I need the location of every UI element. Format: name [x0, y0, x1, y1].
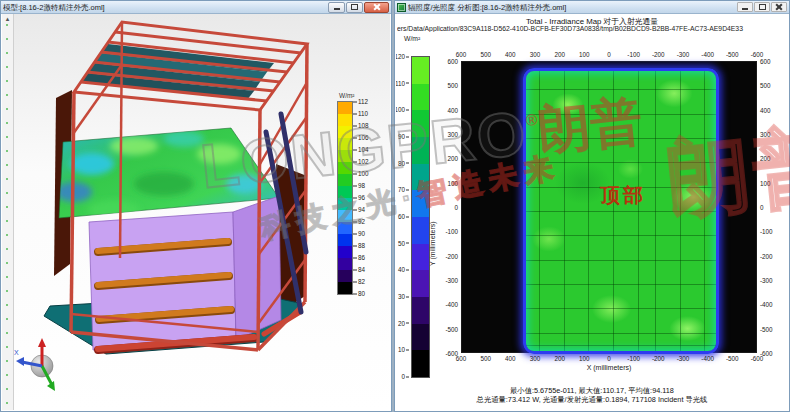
close-button[interactable]	[364, 2, 389, 13]
tick-label: 50	[398, 239, 409, 246]
tick-label: -500	[760, 325, 773, 332]
tick-label: -400	[445, 301, 458, 308]
legend-segment	[338, 198, 352, 210]
legend-segment	[338, 258, 352, 270]
legend-segment	[412, 324, 429, 351]
maximize-button[interactable]	[754, 2, 770, 12]
tick-label: 300	[530, 355, 541, 362]
x-axis-label: X (millimeters)	[461, 364, 757, 371]
legend-segment	[338, 114, 352, 126]
tick-label: 0	[454, 204, 458, 211]
tick-label: 400	[505, 355, 516, 362]
legend-segment	[412, 84, 429, 111]
tick-label: -100	[760, 228, 773, 235]
close-button[interactable]	[771, 2, 787, 12]
tick-label: -300	[677, 355, 690, 362]
tick-label: 200	[554, 51, 565, 58]
maximize-icon	[351, 4, 358, 10]
tick-label: 500	[480, 51, 491, 58]
tick-label: 90	[398, 133, 409, 140]
legend-segment	[338, 234, 352, 246]
model-tree-strip[interactable]: ▴	[2, 14, 14, 410]
tick-label: 102	[353, 158, 369, 165]
tick-label: 106	[353, 134, 369, 141]
model-3d-scene: X	[14, 14, 390, 410]
close-icon	[775, 3, 783, 11]
model-window-titlebar[interactable]: 模型:[8.16-2激特精注外壳.oml]	[1, 1, 391, 14]
minimize-button[interactable]	[328, 2, 345, 13]
minimize-icon	[334, 8, 340, 10]
minimize-button[interactable]	[737, 2, 753, 12]
tick-label: 98	[353, 182, 365, 189]
tick-label: 100	[760, 179, 771, 186]
legend-segment	[412, 297, 429, 324]
legend-segment	[338, 174, 352, 186]
tick-label: 100	[447, 179, 458, 186]
legend-segment	[412, 270, 429, 297]
tick-label: 104	[353, 146, 369, 153]
tick-label: -400	[701, 51, 714, 58]
legend-segment	[412, 110, 429, 137]
tick-label: 600	[456, 355, 467, 362]
tick-label: 120	[396, 53, 409, 60]
close-icon	[373, 3, 381, 11]
tick-label: -300	[760, 277, 773, 284]
tick-label: -200	[652, 51, 665, 58]
tick-label: 0	[607, 51, 611, 58]
legend-segment	[338, 246, 352, 258]
irradiance-heatmap[interactable]: 顶部	[461, 61, 757, 353]
tick-label: 92	[353, 218, 365, 225]
tick-label: 94	[353, 206, 365, 213]
tick-label: -200	[760, 252, 773, 259]
window-controls	[737, 2, 787, 12]
y-axis-ticks-left: 6005004003002001000-100-200-300-400-500-…	[438, 61, 459, 353]
tick-label: 60	[398, 213, 409, 220]
tick-label: 300	[530, 51, 541, 58]
maximize-button[interactable]	[346, 2, 363, 13]
legend-segment	[412, 244, 429, 271]
tick-label: 10	[398, 346, 409, 353]
legend-segment	[338, 102, 352, 114]
legend-color-bar	[337, 101, 353, 295]
tick-label: 600	[760, 58, 771, 65]
irradiance-surface	[56, 128, 279, 220]
x-axis-ticks-bottom: 6005004003002001000-100-200-300-400-500-…	[461, 355, 757, 364]
tick-label: 90	[353, 230, 365, 237]
irradiance-map-panel[interactable]: Total - Irradiance Map 对于入射光通量 ers/Data/…	[396, 14, 788, 410]
collapse-arrow-icon[interactable]: ▴	[2, 14, 13, 24]
tick-label: -200	[652, 355, 665, 362]
tick-label: 100	[579, 51, 590, 58]
legend-segment	[412, 217, 429, 244]
legend-segment	[338, 210, 352, 222]
triad-x-label: X	[14, 349, 19, 356]
tick-label: 200	[760, 155, 771, 162]
tick-label: 20	[398, 319, 409, 326]
tick-label: 40	[398, 266, 409, 273]
tick-label: 82	[353, 278, 365, 285]
tick-label: -100	[627, 355, 640, 362]
tick-label: 84	[353, 266, 365, 273]
tick-label: 200	[554, 355, 565, 362]
illuminated-region	[523, 68, 719, 354]
tick-label: 400	[760, 106, 771, 113]
legend-segment	[338, 282, 352, 294]
irradiance-window-title: 辐照度/光照度 分析图:[8.16-2激特精注外壳.oml]	[408, 1, 737, 14]
tick-label: 86	[353, 254, 365, 261]
model-viewport[interactable]: X W/m² 112110108106104102100989694929088…	[14, 14, 390, 410]
legend-segment	[412, 137, 429, 164]
legend-segment	[338, 126, 352, 138]
tick-label: 80	[398, 159, 409, 166]
legend-segment	[338, 270, 352, 282]
tick-label: 500	[480, 355, 491, 362]
irradiance-window-titlebar[interactable]: 辐照度/光照度 分析图:[8.16-2激特精注外壳.oml]	[395, 1, 789, 14]
tick-label: -500	[726, 355, 739, 362]
model-window-title: 模型:[8.16-2激特精注外壳.oml]	[3, 1, 328, 14]
tick-label: -500	[445, 325, 458, 332]
tick-label: 112	[353, 98, 368, 105]
minimize-icon	[742, 8, 748, 10]
tick-label: 500	[760, 82, 771, 89]
tick-label: 30	[398, 293, 409, 300]
tick-label: -500	[726, 51, 739, 58]
irradiance-window: 辐照度/光照度 分析图:[8.16-2激特精注外壳.oml] Total - I…	[394, 0, 790, 412]
legend-segment	[412, 350, 429, 377]
